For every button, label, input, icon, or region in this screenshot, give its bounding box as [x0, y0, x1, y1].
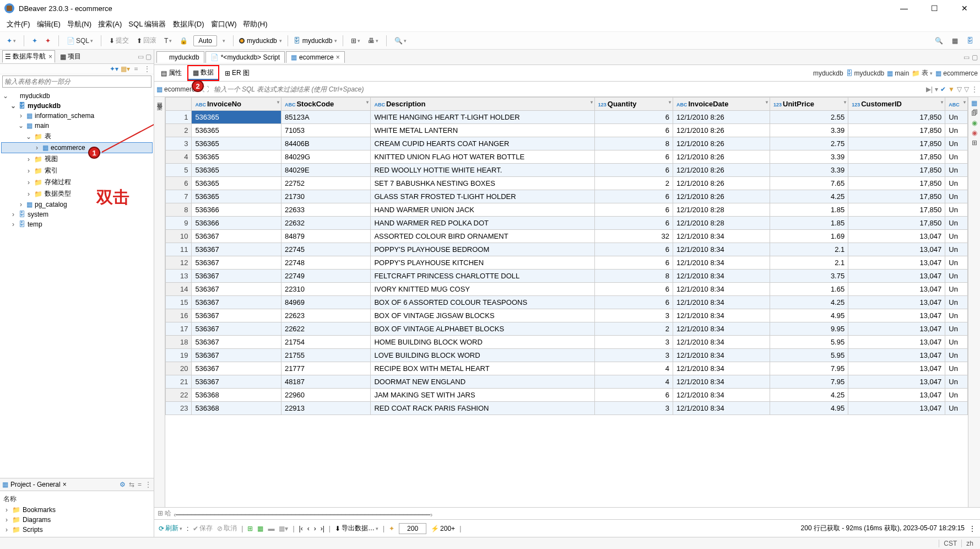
- h-scrollbar[interactable]: ‹━━━━━━━━━━━━━━━━━━━━━━━━━━━━━━━━━━━━━━━…: [174, 511, 977, 516]
- cell[interactable]: 22310: [281, 283, 371, 296]
- connection-selector[interactable]: myduckdb: [239, 37, 282, 45]
- cell[interactable]: 536367: [192, 283, 281, 296]
- cell[interactable]: 2.75: [770, 137, 848, 150]
- menu-file[interactable]: 文件(F): [4, 18, 33, 30]
- tree-node-indexes[interactable]: ›📁索引: [1, 165, 153, 176]
- cell[interactable]: 71053: [281, 124, 371, 137]
- cell[interactable]: 17,850: [848, 164, 945, 177]
- cell[interactable]: 84406B: [281, 137, 371, 150]
- cell[interactable]: Un: [945, 137, 968, 150]
- sql-editor-button[interactable]: 📄SQL: [64, 36, 95, 46]
- cell[interactable]: 536365: [192, 124, 281, 137]
- nav-refresh-icon[interactable]: ✦▾: [110, 65, 118, 73]
- cell[interactable]: 12/1/2010 8:26: [673, 124, 770, 137]
- cell[interactable]: IVORY KNITTED MUG COSY: [371, 283, 594, 296]
- cell[interactable]: Un: [945, 164, 968, 177]
- table-row[interactable]: 253636571053WHITE METAL LANTERN612/1/201…: [166, 124, 968, 137]
- table-row[interactable]: 1153636722745POPPY'S PLAYHOUSE BEDROOM61…: [166, 243, 968, 256]
- cell[interactable]: 84029G: [281, 150, 371, 164]
- row-number[interactable]: 17: [166, 322, 192, 336]
- cell[interactable]: 12/1/2010 8:34: [673, 375, 770, 389]
- cell[interactable]: JAM MAKING SET WITH JARS: [371, 389, 594, 402]
- table-row[interactable]: 553636584029ERED WOOLLY HOTTIE WHITE HEA…: [166, 164, 968, 177]
- tab-projects[interactable]: ▦项目: [57, 50, 84, 63]
- table-row[interactable]: 1453636722310IVORY KNITTED MUG COSY612/1…: [166, 283, 968, 296]
- row-number[interactable]: 11: [166, 243, 192, 256]
- maximize-editor-icon[interactable]: ▢: [972, 53, 978, 61]
- cell[interactable]: Un: [945, 203, 968, 217]
- cell[interactable]: 536367: [192, 309, 281, 322]
- tree-node-procedures[interactable]: ›📁存储过程: [1, 176, 153, 188]
- cell[interactable]: 536367: [192, 322, 281, 336]
- nav-filter-input[interactable]: [2, 76, 151, 88]
- cell[interactable]: Un: [945, 389, 968, 402]
- table-row[interactable]: 1553636784969BOX OF 6 ASSORTED COLOUR TE…: [166, 296, 968, 309]
- cell[interactable]: 84879: [281, 230, 371, 243]
- row-number[interactable]: 21: [166, 375, 192, 389]
- cell[interactable]: 22633: [281, 203, 371, 217]
- menu-edit[interactable]: 编辑(E): [35, 18, 63, 30]
- cell[interactable]: 13,047: [848, 349, 945, 362]
- filter-menu-icon[interactable]: ⋮: [971, 85, 978, 93]
- cell[interactable]: 6: [594, 111, 673, 124]
- cell[interactable]: 13,047: [848, 296, 945, 309]
- add-row-button[interactable]: ⊞: [247, 525, 253, 532]
- row-number[interactable]: 23: [166, 402, 192, 415]
- cell[interactable]: 22960: [281, 389, 371, 402]
- perspective-button[interactable]: ▦: [950, 36, 960, 46]
- filter-clear-icon[interactable]: ▽: [964, 85, 969, 93]
- cell[interactable]: 6: [594, 217, 673, 230]
- table-row[interactable]: 1653636722623BOX OF VINTAGE JIGSAW BLOCK…: [166, 309, 968, 322]
- schema-button[interactable]: ⊞: [349, 36, 362, 46]
- row-number[interactable]: 10: [166, 230, 192, 243]
- cell[interactable]: Un: [945, 124, 968, 137]
- cell[interactable]: 6: [594, 124, 673, 137]
- gear-icon[interactable]: ⚙: [120, 481, 126, 488]
- cell[interactable]: 3: [594, 349, 673, 362]
- cell[interactable]: 22752: [281, 177, 371, 190]
- row-number[interactable]: 12: [166, 256, 192, 270]
- column-header[interactable]: ABC▾: [945, 98, 968, 111]
- cell[interactable]: GLASS STAR FROSTED T-LIGHT HOLDER: [371, 190, 594, 203]
- menu-sql-editor[interactable]: SQL 编辑器: [126, 18, 168, 30]
- cell[interactable]: RED WOOLLY HOTTIE WHITE HEART.: [371, 164, 594, 177]
- table-row[interactable]: 853636622633HAND WARMER UNION JACK612/1/…: [166, 203, 968, 217]
- cell[interactable]: 12/1/2010 8:34: [673, 283, 770, 296]
- tree-node-schema[interactable]: ›▦information_schema: [1, 111, 153, 121]
- calc-panel-icon[interactable]: ◉: [972, 119, 977, 127]
- cell[interactable]: 13,047: [848, 402, 945, 415]
- cell[interactable]: 22748: [281, 256, 371, 270]
- cell[interactable]: 17,850: [848, 190, 945, 203]
- cell[interactable]: Un: [945, 402, 968, 415]
- minimize-editor-icon[interactable]: ▭: [963, 53, 970, 61]
- row-number[interactable]: 15: [166, 296, 192, 309]
- cell[interactable]: 12/1/2010 8:28: [673, 217, 770, 230]
- cell[interactable]: 6: [594, 150, 673, 164]
- find-button[interactable]: 🔍: [933, 36, 945, 46]
- cell[interactable]: 2.55: [770, 111, 848, 124]
- cell[interactable]: Un: [945, 150, 968, 164]
- cell[interactable]: 536367: [192, 336, 281, 349]
- cell[interactable]: 2.1: [770, 243, 848, 256]
- cell[interactable]: 22749: [281, 270, 371, 283]
- rollback-button[interactable]: ⬆回滚: [134, 35, 159, 46]
- collapse-icon[interactable]: ⇆: [129, 481, 134, 488]
- tree-node-views[interactable]: ›📁视图: [1, 153, 153, 165]
- cell[interactable]: 2: [594, 177, 673, 190]
- cell[interactable]: Un: [945, 336, 968, 349]
- table-row[interactable]: 2253636822960JAM MAKING SET WITH JARS612…: [166, 389, 968, 402]
- cell[interactable]: SET 7 BABUSHKA NESTING BOXES: [371, 177, 594, 190]
- row-number[interactable]: 18: [166, 336, 192, 349]
- filter-funnel-icon[interactable]: ▽: [957, 85, 962, 93]
- cell[interactable]: CREAM CUPID HEARTS COAT HANGER: [371, 137, 594, 150]
- row-number[interactable]: 16: [166, 309, 192, 322]
- cell[interactable]: 4.95: [770, 402, 848, 415]
- cell[interactable]: 536366: [192, 217, 281, 230]
- table-row[interactable]: 2053636721777RECIPE BOX WITH METAL HEART…: [166, 362, 968, 375]
- cell[interactable]: 17,850: [848, 150, 945, 164]
- cell[interactable]: 17,850: [848, 137, 945, 150]
- cell[interactable]: Un: [945, 375, 968, 389]
- search-toolbar-button[interactable]: 🔍: [392, 36, 409, 46]
- table-row[interactable]: 2353636822913RED COAT RACK PARIS FASHION…: [166, 402, 968, 415]
- cell[interactable]: 536367: [192, 230, 281, 243]
